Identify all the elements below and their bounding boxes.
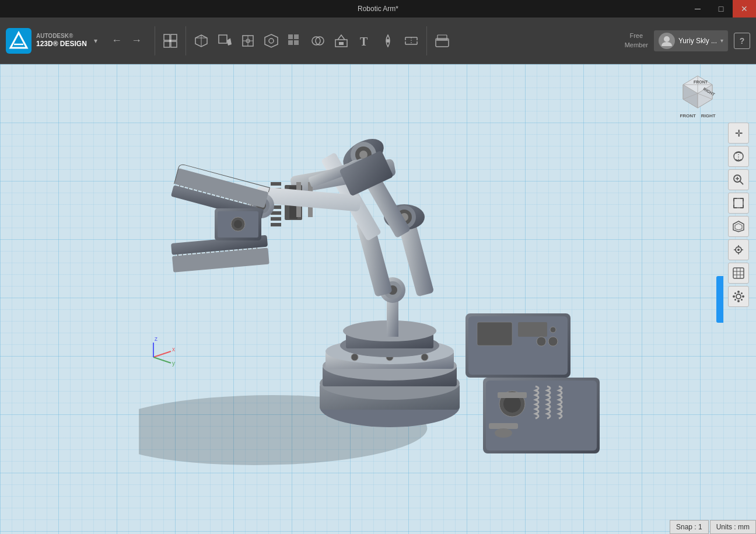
measure-button[interactable] — [401, 30, 422, 51]
snap-button[interactable] — [377, 30, 398, 51]
svg-rect-66 — [498, 392, 527, 398]
svg-point-150 — [736, 294, 741, 299]
canvas-background: x y z — [0, 64, 756, 534]
toolbar-group-transform — [160, 30, 181, 51]
svg-rect-27 — [339, 42, 344, 45]
svg-rect-4 — [171, 34, 177, 40]
svg-point-51 — [421, 354, 428, 361]
svg-point-68 — [495, 428, 512, 438]
pattern-icon — [286, 33, 303, 49]
material-icon — [434, 33, 450, 49]
view-cube[interactable]: FRONT RIGHT FRONT RIGHT — [677, 73, 718, 114]
svg-point-19 — [269, 39, 274, 43]
svg-point-60 — [537, 337, 546, 346]
appearance-button[interactable] — [728, 263, 749, 284]
close-button[interactable]: ✕ — [733, 0, 756, 18]
view-mode-icon — [732, 243, 745, 256]
modify-button[interactable] — [261, 30, 282, 51]
fit-icon — [732, 197, 745, 210]
side-panel-tab[interactable] — [716, 276, 723, 323]
svg-rect-3 — [164, 34, 170, 40]
right-label: RIGHT — [701, 113, 716, 118]
svg-point-59 — [548, 337, 558, 346]
text-tool-button[interactable]: T — [354, 30, 375, 51]
perspective-button[interactable] — [728, 216, 749, 237]
svg-point-154 — [742, 295, 744, 298]
svg-rect-145 — [733, 268, 744, 278]
zoom-button[interactable] — [728, 169, 749, 190]
membership-status: Free Member — [625, 32, 648, 50]
svg-point-153 — [733, 295, 735, 298]
svg-text:y: y — [172, 360, 175, 367]
3dprint-icon — [333, 33, 349, 49]
statusbar: Snap : 1 Units : mm — [670, 520, 756, 534]
construct-button[interactable] — [237, 30, 258, 51]
material-button[interactable] — [432, 30, 453, 51]
perspective-icon — [732, 220, 745, 233]
units-status[interactable]: Units : mm — [710, 520, 756, 534]
front-label: FRONT — [680, 113, 696, 118]
svg-text:FRONT: FRONT — [694, 80, 708, 84]
main-canvas[interactable]: x y z FRONT RIGHT FRONT RIGHT — [0, 64, 756, 534]
toolbar-separator-3 — [426, 26, 427, 55]
orbit-button[interactable] — [728, 146, 749, 167]
snap-status[interactable]: Snap : 1 — [670, 520, 709, 534]
autodesk-logo — [6, 28, 32, 54]
modify-icon — [263, 33, 279, 49]
sketch-tool-button[interactable] — [214, 30, 235, 51]
pan-button[interactable]: ✛ — [728, 123, 749, 144]
forward-button[interactable]: → — [128, 33, 145, 48]
member-label: Member — [625, 41, 648, 50]
logo-dropdown-arrow[interactable]: ▾ — [94, 37, 97, 45]
logo-area: AUTODESK® 123D® DESIGN ▾ — [6, 28, 97, 54]
nav-arrows: ← → — [108, 33, 145, 48]
transform-button[interactable] — [160, 30, 181, 51]
svg-point-29 — [386, 39, 390, 43]
logo-text: AUTODESK® 123D® DESIGN — [36, 32, 87, 49]
svg-text:T: T — [360, 35, 368, 48]
svg-point-61 — [550, 327, 556, 333]
svg-line-125 — [740, 182, 744, 185]
orbit-icon — [732, 150, 745, 163]
snap-icon — [380, 33, 396, 49]
svg-rect-20 — [288, 34, 293, 39]
svg-point-104 — [234, 220, 242, 228]
construct-icon — [240, 33, 256, 49]
box-tool-icon — [193, 33, 209, 49]
svg-rect-6 — [171, 41, 177, 47]
user-area[interactable]: Yuriy Skly ... ▾ — [654, 30, 728, 51]
svg-rect-57 — [477, 322, 512, 345]
user-dropdown-arrow: ▾ — [720, 37, 723, 44]
3dprint-button[interactable] — [331, 30, 352, 51]
svg-point-49 — [351, 354, 358, 361]
svg-rect-58 — [518, 322, 547, 337]
fit-button[interactable] — [728, 193, 749, 214]
help-button[interactable]: ? — [734, 33, 750, 49]
svg-rect-22 — [288, 40, 293, 45]
svg-rect-67 — [489, 423, 518, 429]
combine-button[interactable] — [307, 30, 328, 51]
svg-text:x: x — [172, 346, 175, 352]
svg-rect-21 — [294, 34, 299, 39]
back-button[interactable]: ← — [108, 33, 125, 48]
minimize-button[interactable]: ─ — [686, 0, 709, 18]
settings-icon — [732, 290, 745, 303]
pattern-button[interactable] — [284, 30, 305, 51]
svg-marker-138 — [735, 224, 742, 230]
box-tool-button[interactable] — [191, 30, 212, 51]
view-controls: ✛ — [728, 123, 749, 307]
svg-point-7 — [169, 40, 172, 42]
appearance-icon — [732, 267, 745, 280]
combine-icon — [310, 33, 326, 49]
right-toolbar: Free Member Yuriy Skly ... ▾ ? — [625, 30, 750, 51]
text-tool-icon: T — [356, 33, 373, 49]
svg-text:z: z — [155, 336, 158, 342]
view-mode-button[interactable] — [728, 239, 749, 260]
user-avatar — [659, 33, 675, 49]
maximize-button[interactable]: □ — [709, 0, 733, 18]
settings-button[interactable] — [728, 286, 749, 307]
svg-rect-128 — [734, 198, 743, 208]
svg-line-108 — [153, 357, 171, 363]
view-cube-svg: FRONT RIGHT — [677, 73, 718, 114]
svg-line-107 — [153, 351, 171, 357]
